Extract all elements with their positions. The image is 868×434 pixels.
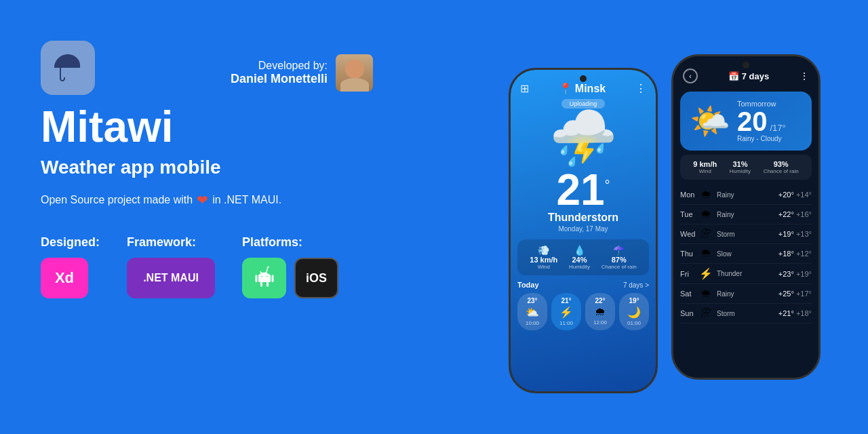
phone-1: ⊞ 📍 Minsk ⋮ Uploading ⛈️ 21° Thunderstor… [509,68,658,393]
tomorrow-info: Tommorrow 20 /17° Rainy - Cloudy [737,100,802,142]
developer-name: Daniel Monettelli [231,72,328,86]
framework-label: Framework: [127,235,215,250]
back-button[interactable]: ‹ [683,68,698,83]
phone-1-uploading: Uploading [511,99,656,108]
p2-wind-stat: 9 km/h Wind [693,160,717,174]
phone-1-temperature: 21° [511,168,656,212]
hour-item-3: 19° 🌙 01:00 [619,293,649,330]
phones-container: ⊞ 📍 Minsk ⋮ Uploading ⛈️ 21° Thunderstor… [461,0,868,434]
phone-1-stats: 💨 13 km/h Wind 💧 24% Humidity ☂️ 87% Cha… [517,239,649,275]
phone-2-content: ‹ 📅 7 days ⋮ 🌤️ Tommorrow 20 /17° [673,56,818,378]
platforms-label: Platforms: [242,235,338,250]
p2-rain-stat: 93% Chance of rain [764,160,799,174]
phone-2-title: 📅 7 days [728,71,769,81]
phone-1-weather-icon: ⛈️ [511,111,656,165]
designed-group: Designed: Xd [41,235,100,298]
pin-icon: 📍 [559,82,572,95]
phone-1-date: Monday, 17 May [511,225,656,233]
hour-item-1: 21° ⚡ 11:00 [551,293,581,330]
app-description: Open Source project made with ❤ in .NET … [41,192,434,208]
wind-icon: 💨 [530,245,557,256]
heart-icon: ❤ [197,192,208,208]
phone-2-menu-icon: ⋮ [800,71,809,81]
phone-1-content: ⊞ 📍 Minsk ⋮ Uploading ⛈️ 21° Thunderstor… [511,70,656,391]
designed-label: Designed: [41,235,100,250]
maui-badge: .NET MAUI [127,258,215,298]
app-subtitle: Weather app mobile [41,157,434,178]
phone-2-screen: ‹ 📅 7 days ⋮ 🌤️ Tommorrow 20 /17° [673,56,818,378]
grid-icon: ⊞ [520,82,529,95]
phone-1-menu-icon: ⋮ [635,82,646,95]
day-row-mon: Mon 🌧 Rainy +20° +14° [680,185,812,205]
description-prefix: Open Source project made with [41,194,193,206]
phone-1-screen: ⊞ 📍 Minsk ⋮ Uploading ⛈️ 21° Thunderstor… [511,70,656,391]
phone-2-header: ‹ 📅 7 days ⋮ [673,56,818,87]
day-row-thu: Thu 🌨 Slow +18° +12° [680,244,812,264]
p2-humidity-stat: 31% Humidity [730,160,751,174]
day-row-sat: Sat 🌧 Rainy +25° +17° [680,284,812,304]
xd-badge: Xd [41,258,88,298]
day-row-sun: Sun ⛈ Storm +21° +18° [680,304,812,323]
phone-2-camera [743,62,749,68]
platforms-group: Platforms: iOS [242,235,338,298]
developer-avatar [336,54,373,92]
app-icon [41,41,95,95]
badges-row: Designed: Xd Framework: .NET MAUI Platfo… [41,235,434,298]
phone-1-forecast-header: Today 7 days > [517,281,649,289]
phone-1-hourly: 23° ⛅ 10:00 21° ⚡ 11:00 22° 🌧 12:00 [517,293,649,330]
ios-badge: iOS [294,258,338,298]
developer-text: Developed by: Daniel Monettelli [231,60,328,86]
left-section: Developed by: Daniel Monettelli Mitawi W… [41,41,434,298]
calendar-icon: 📅 [728,71,739,81]
app-title: Mitawi [41,105,434,149]
android-badge [242,258,286,298]
phone-2-stats: 9 km/h Wind 31% Humidity 93% Chance of r… [680,155,812,180]
phone-1-rain-stat: ☂️ 87% Chance of rain [601,245,637,270]
phone-1-location: 📍 Minsk [559,82,606,95]
description-suffix: in .NET MAUI. [212,194,281,206]
phone-1-camera [580,75,587,82]
android-icon [252,266,277,290]
phone-1-header: ⊞ 📍 Minsk ⋮ [511,70,656,99]
developed-by-label: Developed by: [231,60,328,72]
platforms-row: iOS [242,258,338,298]
phone-2: ‹ 📅 7 days ⋮ 🌤️ Tommorrow 20 /17° [671,54,821,380]
day-row-wed: Wed ⛈ Storm +19° +13° [680,224,812,244]
day-row-fri: Fri ⚡ Thunder +23° +19° [680,264,812,284]
tomorrow-card: 🌤️ Tommorrow 20 /17° Rainy - Cloudy [680,92,812,151]
phone-1-forecast: Today 7 days > 23° ⛅ 10:00 21° ⚡ 11:00 [511,281,656,330]
rain-icon: ☂️ [601,245,637,256]
phone-1-humidity-stat: 💧 24% Humidity [569,245,590,270]
umbrella-icon [52,52,84,84]
hour-item-2: 22° 🌧 12:00 [585,293,615,330]
hour-item-0: 23° ⛅ 10:00 [517,293,547,330]
days-list: Mon 🌧 Rainy +20° +14° Tue 🌧 Rainy +22° +… [673,185,818,323]
phone-1-wind-stat: 💨 13 km/h Wind [530,245,557,270]
tomorrow-weather-icon: 🌤️ [690,102,730,140]
humidity-icon: 💧 [569,245,590,256]
framework-group: Framework: .NET MAUI [127,235,215,298]
day-row-tue: Tue 🌧 Rainy +22° +16° [680,205,812,224]
